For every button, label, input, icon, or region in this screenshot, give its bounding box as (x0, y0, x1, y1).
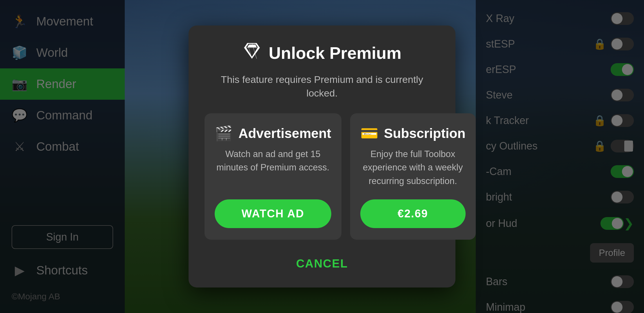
sub-card-description: Enjoy the full Toolbox experience with a… (360, 148, 466, 188)
advertisement-card: 🎬 Advertisement Watch an ad and get 15 m… (205, 113, 341, 240)
cancel-button[interactable]: CANCEL (285, 253, 360, 274)
modal-overlay[interactable]: Unlock Premium This feature requires Pre… (0, 0, 644, 313)
unlock-premium-modal: Unlock Premium This feature requires Pre… (189, 26, 455, 288)
modal-header: Unlock Premium (243, 41, 401, 65)
ad-card-title: Advertisement (238, 125, 331, 141)
ad-card-description: Watch an ad and get 15 minutes of Premiu… (215, 148, 331, 188)
watch-ad-button[interactable]: WATCH AD (215, 199, 331, 228)
modal-subtitle: This feature requires Premium and is cur… (205, 73, 439, 100)
diamond-icon (243, 41, 261, 65)
sub-card-title: Subscription (384, 125, 466, 141)
ad-card-header: 🎬 Advertisement (215, 125, 331, 142)
modal-title: Unlock Premium (269, 43, 401, 63)
sub-card-header: 💳 Subscription (360, 125, 466, 142)
sub-icon: 💳 (360, 125, 378, 142)
modal-cards: 🎬 Advertisement Watch an ad and get 15 m… (205, 113, 439, 240)
subscription-card: 💳 Subscription Enjoy the full Toolbox ex… (350, 113, 476, 240)
subscribe-button[interactable]: €2.69 (360, 199, 466, 228)
ad-icon: 🎬 (215, 125, 233, 142)
